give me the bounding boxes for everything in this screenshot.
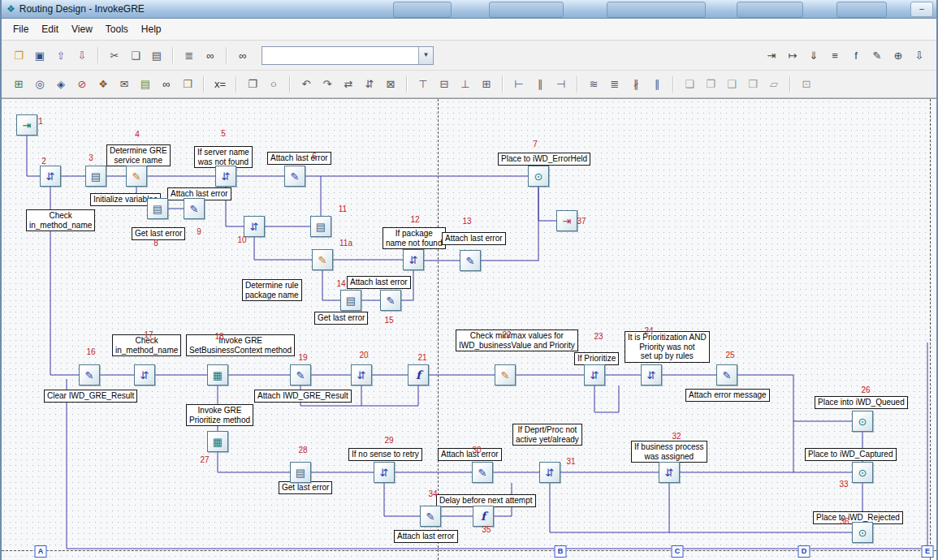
menu-view[interactable]: View bbox=[65, 21, 99, 37]
flow-label[interactable]: Attach last error bbox=[267, 152, 331, 165]
align-right-icon[interactable]: ⊣ bbox=[551, 75, 571, 94]
flow-label[interactable]: Check in_method_name bbox=[26, 209, 95, 231]
flow-label[interactable]: Determine GRE service name bbox=[106, 144, 171, 166]
watch-icon[interactable]: ∞ bbox=[157, 75, 176, 94]
flow-label[interactable]: If Prioritize bbox=[574, 352, 619, 365]
flow-node-23[interactable]: ⇵ bbox=[584, 364, 605, 386]
flow-node-6[interactable]: ✎ bbox=[284, 166, 305, 187]
flow-node-3[interactable]: ▤ bbox=[85, 166, 106, 187]
goto-prev-icon[interactable]: ↦ bbox=[783, 45, 802, 65]
export-flow-icon[interactable]: ❒ bbox=[178, 75, 197, 94]
flow-node-26[interactable]: ⊙ bbox=[852, 411, 873, 432]
check-in-icon[interactable]: ⇧ bbox=[51, 45, 71, 65]
align-bottom-icon[interactable]: ⊥ bbox=[456, 75, 475, 94]
check-out-icon[interactable]: ⇩ bbox=[72, 45, 92, 65]
flow-node-12[interactable]: ⇵ bbox=[403, 249, 424, 270]
print-icon[interactable]: ≣ bbox=[179, 45, 199, 65]
flow-node-11[interactable]: ▤ bbox=[310, 216, 331, 237]
minimize-button[interactable]: – bbox=[910, 2, 933, 17]
flow-node-21[interactable]: f bbox=[408, 364, 429, 386]
flow-label[interactable]: Determine rule package name bbox=[242, 279, 302, 301]
distribute-top-icon[interactable]: ≋ bbox=[584, 75, 603, 94]
align-hcenter-icon[interactable]: ⊞ bbox=[477, 75, 496, 94]
flow-label[interactable]: If business process was assigned bbox=[631, 441, 707, 463]
menu-tools[interactable]: Tools bbox=[99, 21, 135, 37]
flow-label[interactable]: If package name not found bbox=[383, 227, 446, 249]
stop-icon[interactable]: ⊘ bbox=[72, 75, 92, 94]
flow-node-24[interactable]: ⇵ bbox=[641, 364, 662, 386]
flow-node-17[interactable]: ⇵ bbox=[134, 364, 155, 386]
flow-label[interactable]: Invoke GRE Prioritize method bbox=[186, 404, 253, 426]
flow-node-1[interactable]: ⇥ bbox=[16, 114, 37, 136]
zoom-page-icon[interactable]: ◎ bbox=[30, 75, 50, 94]
find-in-flow-icon[interactable]: ∞ bbox=[233, 45, 253, 65]
flow-node-9[interactable]: ✎ bbox=[184, 198, 205, 219]
flow-node-13[interactable]: ✎ bbox=[460, 250, 481, 271]
rotate-left-icon[interactable]: ↶ bbox=[296, 75, 316, 94]
flow-label[interactable]: Place to iWD_ErrorHeld bbox=[498, 153, 590, 166]
flow-label[interactable]: Attach last error bbox=[438, 448, 502, 461]
delete-shape-icon[interactable]: ⊠ bbox=[381, 75, 400, 94]
align-vcenter-icon[interactable]: ⊟ bbox=[434, 75, 454, 94]
search-combobox[interactable]: ▾ bbox=[262, 46, 434, 65]
goto-down-icon[interactable]: ⇓ bbox=[804, 45, 823, 65]
zoom-tool-icon[interactable]: ○ bbox=[264, 75, 283, 94]
flow-label[interactable]: Get last error bbox=[314, 312, 368, 325]
flow-label[interactable]: Get last error bbox=[279, 481, 332, 494]
open-icon[interactable]: ❐ bbox=[9, 45, 28, 65]
flow-node-10[interactable]: ⇵ bbox=[244, 216, 265, 237]
flow-node-20[interactable]: ⇵ bbox=[351, 364, 372, 386]
flow-node-28[interactable]: ▤ bbox=[290, 462, 311, 483]
flow-node-31[interactable]: ⇵ bbox=[539, 462, 560, 483]
flow-label[interactable]: If Deprt/Proc not active yet/already bbox=[512, 424, 582, 446]
flow-node-33[interactable]: ⊙ bbox=[852, 462, 873, 483]
distribute-bottom-icon[interactable]: ∦ bbox=[626, 75, 646, 94]
flow-node-11a[interactable]: ✎ bbox=[312, 249, 333, 270]
combo-dropdown-icon[interactable]: ▾ bbox=[418, 47, 433, 64]
ungroup-shapes-icon[interactable]: ⊡ bbox=[797, 75, 816, 94]
flow-node-22[interactable]: ✎ bbox=[495, 364, 516, 386]
zoom-select-icon[interactable]: ⊕ bbox=[888, 45, 908, 65]
flow-label[interactable]: Attach IWD_GRE_Result bbox=[254, 390, 352, 403]
flow-label[interactable]: Clear IWD_GRE_Result bbox=[44, 390, 137, 403]
rotate-right-icon[interactable]: ↷ bbox=[318, 75, 337, 94]
flow-label[interactable]: Attach last error bbox=[394, 530, 458, 543]
flow-node-30[interactable]: ✎ bbox=[472, 462, 493, 483]
distribute-middle-icon[interactable]: ≣ bbox=[605, 75, 625, 94]
print-preview-icon[interactable]: ❐ bbox=[243, 75, 262, 94]
flow-node-32[interactable]: ⇵ bbox=[659, 462, 680, 483]
cut-icon[interactable]: ✂ bbox=[105, 45, 124, 65]
align-left-icon[interactable]: ⊢ bbox=[509, 75, 529, 94]
order-forward-icon[interactable]: ❑ bbox=[722, 75, 741, 94]
flow-label[interactable]: Check min/max values for IWD_businessVal… bbox=[456, 330, 578, 351]
flow-node-19[interactable]: ✎ bbox=[290, 364, 311, 386]
flow-label[interactable]: Attach last error bbox=[347, 276, 411, 289]
flow-node-5[interactable]: ⇵ bbox=[215, 166, 236, 187]
flow-node-14[interactable]: ▤ bbox=[340, 290, 361, 311]
order-send-back-icon[interactable]: ❐ bbox=[701, 75, 720, 94]
menu-file[interactable]: File bbox=[6, 21, 35, 37]
function-list-icon[interactable]: f bbox=[846, 45, 866, 65]
paste-icon[interactable]: ▤ bbox=[147, 45, 166, 65]
menu-edit[interactable]: Edit bbox=[35, 21, 65, 37]
group-shapes-icon[interactable]: ▱ bbox=[764, 75, 784, 94]
save-icon[interactable]: ▣ bbox=[30, 45, 50, 65]
list-view-icon[interactable]: ≡ bbox=[825, 45, 845, 65]
export-down-icon[interactable]: ⇩ bbox=[910, 45, 929, 65]
flip-horizontal-icon[interactable]: ⇄ bbox=[339, 75, 358, 94]
find-icon[interactable]: ∞ bbox=[201, 45, 220, 65]
grid-view-icon[interactable]: ⊞ bbox=[9, 75, 28, 94]
flow-label[interactable]: Place to iWD_Captured bbox=[805, 448, 897, 461]
component-icon[interactable]: ❖ bbox=[93, 75, 113, 94]
flow-node-16[interactable]: ✎ bbox=[79, 364, 100, 386]
mail-icon[interactable]: ✉ bbox=[115, 75, 134, 94]
combo-input[interactable] bbox=[262, 47, 418, 64]
flow-node-29[interactable]: ⇵ bbox=[374, 462, 395, 483]
menu-help[interactable]: Help bbox=[135, 21, 168, 37]
flow-node-7[interactable]: ⊙ bbox=[528, 166, 549, 187]
flow-label[interactable]: Invoke GRE SetBusinessContext method bbox=[186, 334, 295, 356]
annotate-icon[interactable]: ✎ bbox=[867, 45, 887, 65]
flow-node-37[interactable]: ⇥ bbox=[556, 210, 577, 231]
flow-label[interactable]: If server name was not found bbox=[194, 146, 253, 168]
flow-label[interactable]: If no sense to retry bbox=[348, 448, 422, 461]
